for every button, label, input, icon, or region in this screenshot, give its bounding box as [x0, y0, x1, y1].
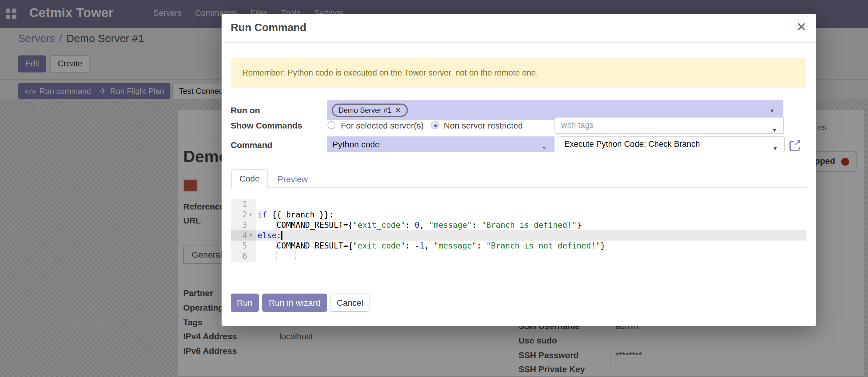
tab-preview[interactable]: Preview	[278, 174, 308, 184]
run-on-label: Run on	[231, 105, 260, 115]
with-tags-dropdown[interactable]: with tags ▾	[555, 117, 784, 134]
tabs-divider	[231, 187, 807, 187]
code-line-4: 4▾else:	[231, 230, 807, 240]
command-label: Command	[231, 140, 272, 150]
command-type-select[interactable]: Python code ⌄	[327, 137, 555, 152]
run-on-caret-icon[interactable]: ▾	[771, 107, 774, 114]
radio-for-selected-servers-label[interactable]: For selected server(s)	[341, 121, 424, 130]
command-select[interactable]: Execute Python Code: Check Branch ▾	[558, 137, 785, 152]
line-number: 6	[231, 251, 256, 261]
text-cursor	[281, 231, 282, 240]
code-text: else:	[257, 230, 281, 240]
code-editor[interactable]: 12▾if {{ branch }}:3 COMMAND_RESULT={"ex…	[231, 198, 807, 266]
command-caret-icon: ▾	[774, 141, 777, 156]
radio-for-selected-servers[interactable]	[328, 121, 335, 129]
with-tags-caret-icon: ▾	[773, 122, 776, 138]
code-text: if {{ branch }}:	[257, 209, 334, 220]
cancel-button[interactable]: Cancel	[331, 294, 370, 312]
run-in-wizard-button[interactable]: Run in wizard	[262, 294, 327, 312]
line-number: 3	[231, 220, 256, 230]
radio-dot	[434, 124, 437, 127]
server-tag-chip[interactable]: Demo Server #1 ✕	[332, 104, 407, 117]
fold-arrow-icon[interactable]: ▾	[249, 209, 252, 220]
python-warning-alert: Remember: Python code is executed on the…	[231, 58, 806, 88]
close-icon[interactable]: ✕	[796, 20, 807, 34]
command-value: Execute Python Code: Check Branch	[564, 140, 700, 149]
code-line-5: 5 COMMAND_RESULT={"exit_code": -1, "mess…	[231, 240, 807, 251]
with-tags-placeholder: with tags	[561, 121, 594, 130]
code-line-6: 6	[231, 251, 807, 261]
server-tag-label: Demo Server #1	[338, 106, 392, 115]
code-text: COMMAND_RESULT={"exit_code": -1, "messag…	[257, 240, 606, 251]
radio-non-server-restricted-label[interactable]: Non server restricted	[444, 121, 523, 130]
fold-arrow-icon[interactable]: ▾	[249, 230, 252, 240]
dialog-footer-divider	[222, 289, 816, 289]
run-button[interactable]: Run	[231, 294, 259, 312]
code-line-2: 2▾if {{ branch }}:	[231, 209, 807, 220]
code-line-3: 3 COMMAND_RESULT={"exit_code": 0, "messa…	[231, 220, 807, 230]
tag-remove-icon[interactable]: ✕	[395, 106, 401, 114]
dialog-title: Run Command	[231, 21, 307, 34]
tab-code[interactable]: Code	[231, 169, 268, 188]
line-number: 5	[231, 240, 256, 251]
line-number: 1	[231, 199, 256, 209]
radio-non-server-restricted[interactable]	[431, 121, 439, 129]
command-type-caret-icon: ⌄	[541, 138, 547, 154]
run-command-dialog: Run Command ✕ Remember: Python code is e…	[222, 14, 816, 326]
screen: Cetmix Tower ServersCommandsFilesToolsSe…	[0, 0, 868, 377]
external-link-icon[interactable]: ↗	[789, 141, 800, 151]
command-type-value: Python code	[332, 140, 380, 149]
code-text: COMMAND_RESULT={"exit_code": 0, "message…	[257, 220, 582, 230]
show-commands-label: Show Commands	[231, 121, 302, 130]
code-line-1: 1	[231, 199, 807, 209]
dialog-header-divider	[222, 42, 816, 42]
